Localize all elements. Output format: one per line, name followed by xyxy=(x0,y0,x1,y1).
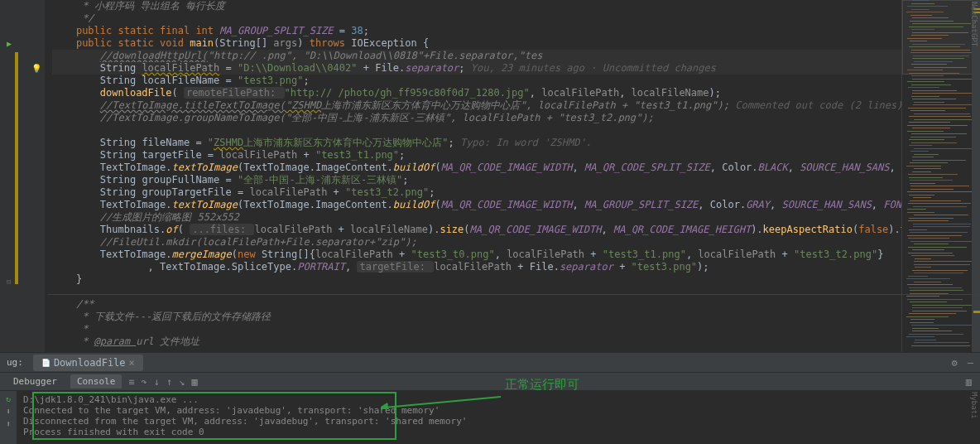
method-separator xyxy=(48,294,980,295)
code-line[interactable]: String localFileName = "test3.png"; xyxy=(52,75,901,87)
minimap[interactable] xyxy=(901,0,980,352)
code-line[interactable]: String targetFile = localFilePath + "tes… xyxy=(52,149,901,162)
close-tab-icon[interactable]: × xyxy=(129,357,135,369)
debug-tab-row: ug: 📄 DownloadFile × ⚙ — xyxy=(0,353,980,373)
debugger-tab[interactable]: Debugger xyxy=(7,374,64,388)
step-out-icon[interactable]: ↑ xyxy=(166,376,172,388)
code-line[interactable]: //生成图片的缩略图 552x552 xyxy=(52,211,901,224)
console-line: Connected to the target VM, address: 'ja… xyxy=(23,405,973,416)
code-line[interactable]: downloadFile( remoteFilePath: "http:// /… xyxy=(52,87,901,99)
code-line[interactable]: /** xyxy=(52,298,901,311)
change-marker xyxy=(15,52,18,284)
code-line[interactable]: //TextToImage.groupNameToImage("全部-中国-上海… xyxy=(52,112,901,124)
code-line[interactable]: public static final int MA_GROUP_SPLIT_S… xyxy=(52,25,901,37)
scroll-indicator[interactable] xyxy=(972,0,980,352)
watermark-bottom: Mybati xyxy=(970,392,978,419)
code-line[interactable]: String groupFullName = "全部-中国-上海-浦东新区-三林… xyxy=(52,174,901,186)
debug-toolbar: Debugger Console ≡ ↷ ↓ ↑ ↘ ▦ ▥ xyxy=(0,373,980,391)
code-line[interactable]: } xyxy=(52,273,901,286)
watermark-top: NexChatGPT xyxy=(970,2,978,46)
stop-icon[interactable]: ⬇ xyxy=(6,407,11,416)
editor-gutter: ▶ 💡 ⊟ xyxy=(0,0,46,352)
code-line[interactable]: Thumbnails.of( ...files: localFilePath +… xyxy=(52,224,901,236)
code-line[interactable]: */ xyxy=(52,12,901,25)
code-line[interactable] xyxy=(52,286,901,298)
gear-icon[interactable]: ⚙ xyxy=(952,357,958,369)
run-to-cursor-icon[interactable]: ↘ xyxy=(179,376,185,388)
bulb-icon[interactable]: 💡 xyxy=(31,64,41,73)
rerun-icon[interactable]: ↻ xyxy=(6,394,11,403)
console-gutter: ↻ ⬇ ⬆ xyxy=(0,391,17,444)
run-gutter-icon[interactable]: ▶ xyxy=(7,39,12,48)
step-over-icon[interactable]: ↷ xyxy=(142,376,147,388)
code-line[interactable]: TextToImage.textToImage(TextToImage.Imag… xyxy=(52,162,901,174)
code-line[interactable]: String localFilePath = "D:\\Download\\04… xyxy=(52,62,901,75)
code-line[interactable]: public static void main(String[] args) t… xyxy=(52,37,901,50)
filter-icon[interactable]: ≡ xyxy=(128,376,134,388)
annotation-text: 正常运行即可 xyxy=(505,377,579,393)
console-output[interactable]: D:\jdk1.8.0_241\bin\java.exe ...Connecte… xyxy=(17,391,980,444)
code-line[interactable]: * @param url 文件地址 xyxy=(52,335,901,348)
console-line: D:\jdk1.8.0_241\bin\java.exe ... xyxy=(23,394,973,405)
console-line: Process finished with exit code 0 xyxy=(23,427,973,437)
run-config-tab[interactable]: 📄 DownloadFile × xyxy=(33,355,143,371)
code-line[interactable]: * 下载文件---返回下载后的文件存储路径 xyxy=(52,311,901,323)
run-config-name: DownloadFile xyxy=(54,357,126,369)
debug-panel: ug: 📄 DownloadFile × ⚙ — Debugger Consol… xyxy=(0,352,980,444)
debug-label: ug: xyxy=(0,355,30,370)
code-line[interactable]: //downloadHttpUrl("http:// .png", "D:\\D… xyxy=(52,50,901,62)
code-line[interactable]: * 小程序码 导出组名 每行长度 xyxy=(52,0,901,12)
code-line[interactable]: //FileUtil.mkdir(localFilePath+File.sepa… xyxy=(52,236,901,249)
file-icon: 📄 xyxy=(41,359,50,367)
code-line[interactable]: //TextToImage.titleTextToImage("ZSHMD上海市… xyxy=(52,99,901,112)
code-line[interactable]: * xyxy=(52,323,901,335)
code-line[interactable]: TextToImage.mergeImage(new String[]{loca… xyxy=(52,249,901,261)
minimize-icon[interactable]: — xyxy=(968,357,973,369)
code-editor[interactable]: * 小程序码 导出组名 每行长度 */ public static final … xyxy=(46,0,901,352)
evaluate-icon[interactable]: ▦ xyxy=(192,376,198,388)
layout-icon[interactable]: ▥ xyxy=(966,376,972,388)
code-line[interactable]: String fileName = "ZSHMD上海市浦东新区东方体育中心万达购… xyxy=(52,137,901,149)
code-line[interactable] xyxy=(52,124,901,137)
console-tab[interactable]: Console xyxy=(70,374,122,388)
collapse-icon[interactable]: ⊟ xyxy=(7,278,11,286)
up-icon[interactable]: ⬆ xyxy=(6,419,11,428)
step-into-icon[interactable]: ↓ xyxy=(154,376,160,388)
code-line[interactable]: String groupTargetFile = localFilePath +… xyxy=(52,186,901,199)
console-line: Disconnected from the target VM, address… xyxy=(23,416,973,427)
code-line[interactable]: TextToImage.textToImage(TextToImage.Imag… xyxy=(52,199,901,211)
code-line[interactable]: , TextToImage.SpliceType.PORTRAIT, targe… xyxy=(52,261,901,273)
